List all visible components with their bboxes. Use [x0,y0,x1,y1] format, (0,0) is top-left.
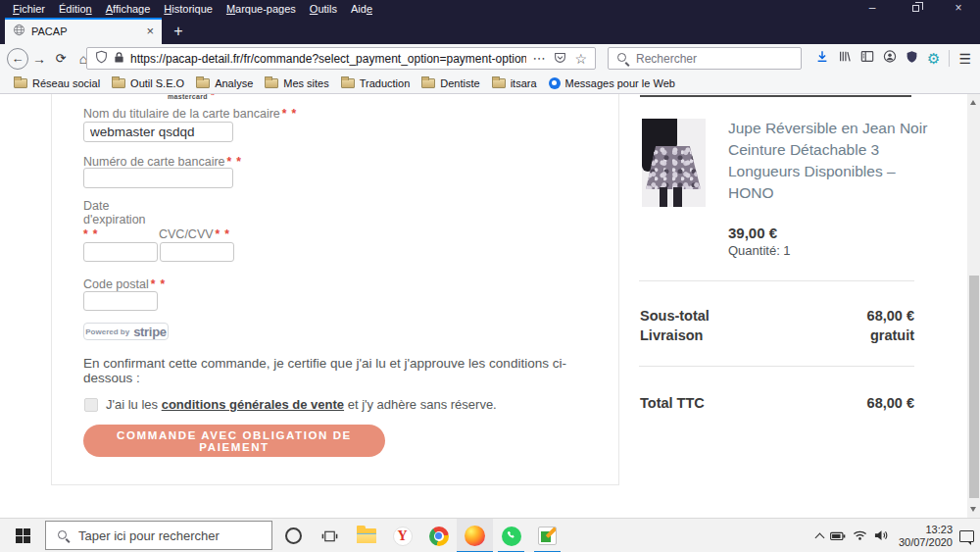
minimize-button[interactable]: – [851,0,894,18]
new-tab-button[interactable]: + [167,20,190,43]
start-button[interactable] [0,519,45,552]
folder-icon [196,78,210,88]
required-asterisk: * [211,94,215,101]
blue-badge-icon [549,77,561,89]
bookmark-r-seau-social[interactable]: Réseau social [8,75,106,91]
browser-search-bar[interactable] [608,47,802,70]
product-quantity: Quantité: 1 [728,243,791,258]
bookmark-mes-sites[interactable]: Mes sites [259,75,334,91]
shield-permissions-icon[interactable] [95,50,108,67]
menu-affichage[interactable]: Affichage [99,2,158,16]
restore-button[interactable] [894,0,937,18]
product-image-leg [673,187,682,207]
file-explorer-button[interactable] [348,519,384,552]
extension-gear-icon[interactable]: ⚙ [927,51,940,66]
product-title-link[interactable]: Jupe Réversible en Jean Noir Ceinture Dé… [728,118,932,204]
scroll-down-icon[interactable] [970,507,976,512]
menu-outils[interactable]: Outils [303,2,344,16]
menu-aide[interactable]: Aide [344,2,379,16]
taskbar-clock[interactable]: 13:23 30/07/2020 [896,524,953,548]
folder-icon [421,78,435,88]
account-icon[interactable] [883,49,897,68]
bookmark-star-icon[interactable]: ☆ [574,51,587,67]
product-image-leg [660,187,667,207]
scroll-up-icon[interactable] [970,100,976,105]
active-tab-stripe [5,18,162,20]
globe-favicon-icon [13,24,25,38]
navigation-toolbar: ← → ⟳ ⌂ https://pacap-detail.fr/fr/comma… [0,44,980,73]
menu-dition[interactable]: Édition [52,2,99,16]
windows-taskbar: Taper ici pour rechercher Y 13:23 30/07/… [0,518,980,552]
forward-button[interactable]: → [28,51,50,67]
bookmark-traduction[interactable]: Traduction [335,75,416,91]
address-bar[interactable]: https://pacap-detail.fr/fr/commande?sele… [86,47,596,70]
close-button[interactable]: × [937,0,980,18]
product-price: 39,00 € [728,225,777,241]
reload-button[interactable]: ⟳ [50,51,72,66]
terms-row: J'ai lu les conditions générales de vent… [84,397,497,412]
pocket-icon[interactable] [554,51,566,67]
bookmark-analyse[interactable]: Analyse [190,75,259,91]
card-name-label: Nom du titulaire de la carte bancaire** [83,107,296,121]
terms-link[interactable]: conditions générales de vente [162,397,344,412]
cortana-button[interactable] [275,519,312,552]
bookmark-label: Mes sites [283,77,328,89]
notes-app-button[interactable] [529,519,565,552]
bookmark-dentiste[interactable]: Dentiste [416,75,485,91]
action-center-icon[interactable] [959,530,974,542]
menu-hamburger-icon[interactable]: ☰ [958,51,971,67]
file-explorer-icon [357,528,376,543]
taskbar-search-input[interactable]: Taper ici pour rechercher [45,521,272,550]
window-titlebar: FichierÉditionAffichageHistoriqueMarque-… [0,0,980,18]
download-icon[interactable] [815,49,829,68]
lock-icon[interactable] [114,51,124,67]
bookmark-outil-s-e-o[interactable]: Outil S.E.O [106,75,190,91]
place-order-button[interactable]: COMMANDE AVEC OBLIGATION DE PAIEMENT [83,425,385,457]
shipping-row: Livraison gratuit [640,327,914,343]
tab-bar: PACAP × + [0,18,980,44]
volume-icon[interactable] [874,527,889,545]
tray-chevron-icon[interactable] [815,532,825,542]
firefox-button[interactable] [457,519,493,552]
scrollbar-thumb[interactable] [969,276,979,498]
yandex-button[interactable]: Y [384,519,420,552]
cvc-input[interactable] [160,242,234,262]
protections-shield-icon[interactable] [906,50,918,68]
shipping-label: Livraison [640,327,703,343]
wifi-icon[interactable] [853,527,867,545]
bookmark-messages-pour-le-web[interactable]: Messages pour le Web [543,75,681,91]
tab-close-icon[interactable]: × [146,25,154,37]
product-image[interactable] [642,119,706,207]
terms-text: J'ai lu les conditions générales de vent… [106,397,497,412]
menu-historique[interactable]: Historique [157,2,220,16]
page-actions-icon[interactable]: ⋯ [532,51,546,66]
folder-icon [14,78,27,88]
expiry-label-line1: Date [83,199,109,213]
windows-logo-icon [16,528,30,543]
clock-time: 13:23 [896,524,953,536]
sidebar-icon[interactable] [860,49,874,68]
menu-fichier[interactable]: Fichier [6,2,52,16]
menu-marque-pages[interactable]: Marque-pages [220,2,303,16]
expiry-input[interactable] [83,242,158,262]
library-icon[interactable] [838,49,852,68]
page-scrollbar[interactable] [967,94,980,518]
cvc-label: CVC/CVV** [159,227,229,241]
subtotal-value: 68,00 € [867,308,914,324]
expiry-label-line2: d'expiration [83,213,146,226]
url-text[interactable]: https://pacap-detail.fr/fr/commande?sele… [130,52,526,66]
card-number-input[interactable] [83,168,233,188]
tab-pacap[interactable]: PACAP × [5,18,162,44]
card-name-input[interactable] [83,122,233,142]
terms-checkbox[interactable] [84,398,98,412]
search-input[interactable] [636,52,793,66]
bookmarks-bar: Réseau socialOutil S.E.OAnalyseMes sites… [0,73,980,94]
whatsapp-button[interactable] [493,519,529,552]
task-view-button[interactable] [312,519,348,552]
battery-icon[interactable] [830,527,846,545]
postal-code-input[interactable] [83,291,158,311]
subtotal-label: Sous-total [640,308,710,324]
back-button[interactable]: ← [7,48,28,70]
bookmark-itsara[interactable]: itsara [486,75,543,91]
chrome-button[interactable] [420,519,457,552]
